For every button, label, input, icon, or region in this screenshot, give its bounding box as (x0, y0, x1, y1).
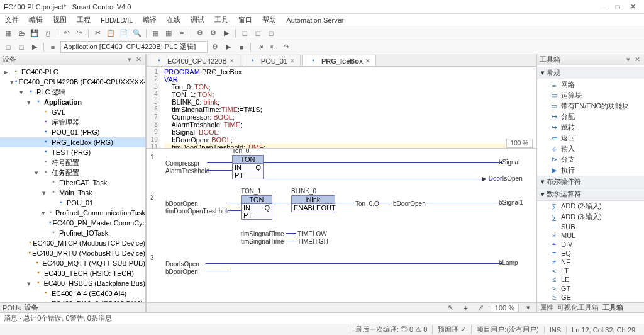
tree-node[interactable]: ▾▪Main_Task (0, 188, 145, 198)
toolbar-icon[interactable]: ↶ (60, 28, 72, 39)
toolbox-item[interactable]: ÷DIV (537, 240, 644, 249)
menu-文件[interactable]: 文件 (3, 15, 21, 25)
toolbox-item[interactable]: ≥GE (537, 293, 644, 302)
zoom-label-2[interactable]: 100 % (491, 304, 519, 312)
toolbar-icon[interactable]: ▶ (29, 42, 40, 53)
toolbar-icon[interactable]: ▦ (3, 28, 14, 39)
toolbox-item[interactable]: ≤LE (537, 275, 644, 284)
tab-vis-toolbox[interactable]: 可视化工具箱 (557, 303, 599, 312)
zoom-in-icon[interactable]: + (460, 302, 472, 313)
toolbox-item[interactable]: <LT (537, 266, 644, 275)
toolbox-item[interactable]: ▶执行 (537, 165, 644, 176)
toolbar-icon[interactable]: ↷ (74, 28, 85, 39)
toolbar-icon[interactable]: □ (252, 28, 264, 39)
panel-dropdown-icon[interactable]: ▾ (125, 55, 134, 64)
menu-窗口[interactable]: 窗口 (236, 15, 255, 25)
toolbox-item[interactable]: ×MUL (537, 231, 644, 240)
zoom-fit-icon[interactable]: ⤢ (475, 302, 487, 313)
toolbar-icon[interactable]: □ (265, 28, 277, 39)
tree-node[interactable]: ▪EC400_MTCP (ModbusTCP Device) (0, 238, 145, 248)
toolbar-icon[interactable]: ⚙ (209, 42, 221, 53)
toolbar-icon[interactable]: □ (239, 28, 250, 39)
toolbox-item[interactable]: ↪跳转 (537, 122, 644, 133)
tree-node[interactable]: ▪Profinet_IOTask (0, 228, 145, 238)
toolbox-item[interactable]: =EQ (537, 249, 644, 258)
tree-node[interactable]: ▾▪EC400_CPU4220B (EC400-CPUXXXXX-PA2) (0, 77, 145, 87)
toolbox-category[interactable]: ▾ 布尔操作符 (537, 176, 644, 188)
zoom-label[interactable]: 100 % (506, 139, 533, 148)
tree-node[interactable]: ▪TEST (PRG) (0, 147, 145, 157)
toolbar-icon[interactable]: 💾 (29, 28, 40, 39)
tree-node[interactable]: ▾▪Application (0, 97, 145, 107)
tree-node[interactable]: ▸▪EC400-PLC (0, 67, 145, 77)
toolbox-item[interactable]: ⇐返回 (537, 133, 644, 144)
panel-close-icon[interactable]: ✕ (134, 55, 143, 64)
menu-调试[interactable]: 调试 (188, 15, 207, 25)
toolbar-icon[interactable]: □ (3, 42, 14, 53)
toolbar-icon[interactable]: 🔍 (131, 28, 143, 39)
tab-pous[interactable]: POUs (3, 304, 21, 312)
panel-close-icon[interactable]: ✕ (633, 55, 641, 64)
tree-node[interactable]: ▪PRG_IceBox (PRG) (0, 137, 145, 147)
tree-node[interactable]: ▪GVL (0, 107, 145, 117)
toolbar-icon[interactable]: ✂ (92, 28, 103, 39)
tree-node[interactable]: ▪库管理器 (0, 117, 145, 127)
fbd-block[interactable]: TONINQPT (241, 195, 272, 220)
tab-devices[interactable]: 设备 (25, 303, 38, 312)
tree-node[interactable]: ▾▪Profinet_CommunicationTask (0, 208, 145, 218)
editor-tab[interactable]: ▪PRG_IceBox✕ (302, 55, 376, 66)
toolbar-icon[interactable]: ≡ (176, 28, 187, 39)
tree-node[interactable]: ▾▪EC400_HSBUS (Backplane Bus) (0, 278, 145, 288)
tree-node[interactable]: ▪EC400_MRTU (ModbusRTU Device) (0, 248, 145, 258)
toolbar-icon[interactable]: ▶ (223, 42, 234, 53)
toolbar-icon[interactable]: ≡ (47, 42, 58, 53)
tree-node[interactable]: ▪EC400_AI4 (EC400 AI4) (0, 288, 145, 298)
tree-node[interactable]: ▾▪PLC 逻辑 (0, 87, 145, 97)
menu-工程[interactable]: 工程 (74, 15, 93, 25)
toolbox-item[interactable]: ▭运算块 (537, 90, 644, 101)
toolbar-icon[interactable]: ⚙ (208, 28, 219, 39)
cursor-tool-icon[interactable]: ↖ (445, 302, 457, 313)
tree-node[interactable]: ▪POU_01 (0, 198, 145, 208)
tab-close-icon[interactable]: ✕ (365, 58, 370, 64)
toolbar-icon[interactable]: ↷ (280, 42, 292, 53)
panel-dropdown-icon[interactable]: ▾ (624, 55, 633, 64)
toolbox-item[interactable]: ∑ADD (2·输入) (537, 201, 644, 212)
maximize-button[interactable]: □ (610, 3, 625, 11)
toolbar-icon[interactable]: ▦ (150, 28, 161, 39)
menu-编译[interactable]: 编译 (140, 15, 159, 25)
toolbar-icon[interactable]: 📄 (118, 28, 130, 39)
tab-toolbox[interactable]: 工具箱 (602, 303, 623, 312)
toolbox-item[interactable]: ⎆输入 (537, 144, 644, 154)
toolbox-item[interactable]: ≠NE (537, 258, 644, 266)
tree-node[interactable]: ▪POU_01 (PRG) (0, 127, 145, 137)
toolbar-icon[interactable]: 📋 (105, 28, 116, 39)
toolbar-icon[interactable]: 🗁 (16, 28, 27, 39)
close-button[interactable]: ✕ (625, 3, 640, 11)
editor-tab[interactable]: ▪POU_01✕ (242, 55, 301, 66)
menu-FBD/LD/IL[interactable]: FBD/LD/IL (98, 16, 135, 24)
device-tree[interactable]: ▸▪EC400-PLC▾▪EC400_CPU4220B (EC400-CPUXX… (0, 65, 145, 302)
tree-node[interactable]: ▪符号配置 (0, 157, 145, 168)
menu-在线[interactable]: 在线 (164, 15, 183, 25)
toolbox-item[interactable]: >GT (537, 284, 644, 293)
tree-node[interactable]: ▪EtherCAT_Task (0, 178, 145, 188)
menu-Automation Server[interactable]: Automation Server (284, 16, 346, 24)
toolbox-item[interactable]: ⊳分支 (537, 154, 644, 165)
fbd-block[interactable]: TONINQPT (232, 155, 264, 179)
application-combo[interactable]: Application [EC400_CPU4220B: PLC 逻辑] (60, 41, 208, 53)
toolbox-category[interactable]: ▾ 常规 (537, 67, 644, 79)
toolbar-icon[interactable]: ⎙ (42, 28, 53, 39)
toolbar-icon[interactable]: □ (16, 42, 27, 53)
toolbox-item[interactable]: ▭带有EN/ENO的功能块 (537, 101, 644, 111)
menu-工具[interactable]: 工具 (212, 15, 231, 25)
toolbox-item[interactable]: ↦分配 (537, 111, 644, 122)
toolbar-icon[interactable]: ⚙ (194, 28, 206, 39)
toolbox-item[interactable]: ≡网络 (537, 79, 644, 90)
toolbar-icon[interactable]: ▦ (163, 28, 174, 39)
toolbox-category[interactable]: ▾ 数学运算符 (537, 188, 644, 201)
minimize-button[interactable]: — (595, 3, 610, 11)
tree-node[interactable]: ▾▪任务配置 (0, 168, 145, 178)
menu-帮助[interactable]: 帮助 (260, 15, 279, 25)
editor-tab[interactable]: ▪EC400_CPU4220B✕ (148, 55, 240, 66)
